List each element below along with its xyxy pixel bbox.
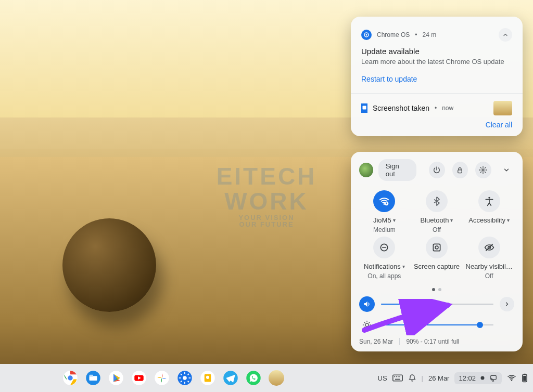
notification-age: now (442, 104, 453, 112)
svg-rect-43 (398, 376, 399, 377)
tile-wifi[interactable]: JioM5▾ Medium (359, 190, 410, 233)
bluetooth-icon (426, 190, 448, 212)
svg-rect-50 (524, 374, 525, 375)
visibility-off-icon (478, 237, 500, 258)
user-avatar[interactable] (359, 163, 373, 177)
svg-rect-45 (395, 379, 400, 380)
shelf-apps (62, 370, 284, 386)
svg-point-37 (206, 376, 209, 379)
svg-rect-51 (523, 376, 526, 381)
notification-title: Screenshot taken (373, 104, 429, 112)
cast-icon (489, 374, 498, 382)
audio-settings-button[interactable] (500, 297, 514, 311)
svg-rect-19 (90, 376, 97, 381)
screenshot-thumbnail[interactable] (493, 101, 512, 115)
wallpaper-boulder (62, 218, 156, 312)
svg-point-17 (67, 375, 73, 381)
battery-status-icon (522, 373, 528, 383)
tile-bluetooth[interactable]: Bluetooth▾ Off (412, 190, 462, 233)
collapse-notification-button[interactable] (499, 28, 512, 42)
accessibility-icon (478, 190, 500, 212)
chevron-down-icon: ▾ (450, 217, 453, 223)
app-wallpaper[interactable] (269, 370, 284, 386)
chevron-down-icon: ▾ (402, 264, 405, 269)
app-photos[interactable] (154, 370, 170, 386)
status-area[interactable]: US | 26 Mar 12:02 (378, 372, 528, 384)
dnd-icon (373, 237, 395, 258)
notification-update[interactable]: Chrome OS • 24 m Update available Learn … (359, 25, 514, 90)
notification-panel: Chrome OS • 24 m Update available Learn … (351, 17, 523, 136)
chevron-down-icon: ▾ (507, 217, 510, 223)
svg-point-26 (183, 376, 187, 380)
sign-out-button[interactable]: Sign out (378, 159, 416, 181)
screen-capture-icon (426, 237, 448, 258)
volume-slider[interactable] (381, 304, 493, 305)
app-files[interactable] (85, 370, 101, 386)
quick-settings-panel: Sign out JioM5▾ Medium Bluetoot (351, 152, 523, 351)
svg-point-48 (511, 380, 512, 381)
tile-nearby-visibility[interactable]: Nearby visibil… Off (464, 237, 514, 280)
notifications-icon[interactable] (408, 374, 416, 382)
clear-all-button[interactable]: Clear all (359, 117, 514, 132)
wifi-status-icon (507, 374, 516, 382)
app-whatsapp[interactable] (246, 370, 261, 386)
svg-rect-20 (90, 375, 94, 377)
settings-button[interactable] (475, 162, 491, 178)
app-settings[interactable] (177, 370, 193, 386)
svg-rect-10 (433, 244, 440, 251)
svg-rect-7 (386, 203, 388, 204)
svg-rect-44 (399, 376, 400, 377)
volume-icon[interactable] (359, 296, 375, 312)
notification-title: Update available (361, 47, 512, 56)
lock-button[interactable] (452, 162, 468, 178)
volume-slider-row (359, 296, 514, 312)
app-keep[interactable] (200, 370, 215, 386)
page-dots[interactable] (359, 288, 514, 291)
svg-point-14 (365, 323, 369, 326)
app-play-store[interactable] (108, 370, 124, 386)
notification-screenshot[interactable]: Screenshot taken • now (359, 97, 514, 117)
qs-battery-status: 90% - 0:17 until full (406, 338, 459, 345)
svg-point-1 (366, 34, 367, 36)
svg-rect-40 (392, 375, 402, 381)
shelf-lang[interactable]: US (378, 374, 387, 382)
svg-rect-41 (394, 376, 395, 377)
brightness-slider-row (359, 317, 514, 333)
tile-screen-capture[interactable]: Screen capture (412, 237, 462, 280)
notification-app-name: Chrome OS (377, 31, 410, 38)
svg-point-4 (482, 169, 484, 171)
brightness-slider[interactable] (381, 324, 493, 325)
power-button[interactable] (429, 162, 445, 178)
app-chrome[interactable] (62, 370, 78, 386)
notification-age: 24 m (423, 31, 437, 38)
wifi-icon (373, 190, 395, 212)
shelf-time: 12:02 (459, 374, 476, 382)
svg-rect-42 (396, 376, 397, 377)
brightness-icon[interactable] (359, 317, 375, 333)
shelf-date[interactable]: 26 Mar (428, 374, 449, 382)
svg-rect-2 (363, 106, 366, 110)
shelf: US | 26 Mar 12:02 (0, 364, 533, 392)
restart-to-update-button[interactable]: Restart to update (361, 75, 417, 83)
screenshot-icon (361, 103, 367, 113)
tile-accessibility[interactable]: Accessibility▾ (464, 190, 514, 233)
chevron-down-icon: ▾ (393, 217, 396, 223)
app-telegram[interactable] (223, 370, 238, 386)
svg-point-8 (488, 197, 490, 199)
notification-body: Learn more about the latest Chrome OS up… (361, 58, 512, 66)
collapse-qs-button[interactable] (499, 162, 514, 178)
night-light-icon (479, 374, 486, 382)
svg-point-11 (435, 246, 438, 249)
tile-notifications[interactable]: Notifications▾ On, all apps (359, 237, 410, 280)
qs-date: Sun, 26 Mar (359, 338, 393, 345)
svg-rect-3 (458, 169, 462, 173)
app-youtube[interactable] (131, 370, 147, 386)
virtual-keyboard-icon[interactable] (392, 374, 403, 382)
svg-point-46 (481, 376, 485, 380)
shelf-clock-area[interactable]: 12:02 (454, 372, 502, 384)
chrome-os-icon (361, 30, 372, 40)
